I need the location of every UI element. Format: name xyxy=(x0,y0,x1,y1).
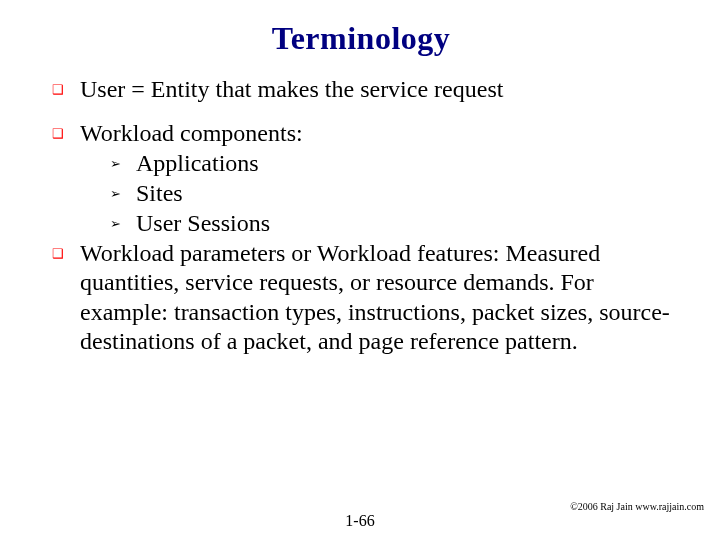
bullet-text: Workload parameters or Workload features… xyxy=(80,239,670,356)
triangle-bullet-icon: ➢ xyxy=(110,209,136,239)
slide-title: Terminology xyxy=(52,20,670,57)
sub-bullet-text: User Sessions xyxy=(136,209,670,239)
bullet-text: Workload components: xyxy=(80,119,670,149)
sub-bullet-item: ➢ Sites xyxy=(110,179,670,209)
slide: Terminology ❑ User = Entity that makes t… xyxy=(0,0,720,540)
bullet-text: User = Entity that makes the service req… xyxy=(80,75,670,105)
bullet-item: ❑ Workload parameters or Workload featur… xyxy=(52,239,670,356)
bullet-item: ❑ Workload components: xyxy=(52,119,670,149)
sub-bullet-item: ➢ User Sessions xyxy=(110,209,670,239)
square-bullet-icon: ❑ xyxy=(52,75,80,105)
page-number: 1-66 xyxy=(0,512,720,530)
bullet-item: ❑ User = Entity that makes the service r… xyxy=(52,75,670,105)
sub-bullet-item: ➢ Applications xyxy=(110,149,670,179)
sub-bullet-text: Applications xyxy=(136,149,670,179)
slide-body: ❑ User = Entity that makes the service r… xyxy=(52,75,670,356)
copyright-text: ©2006 Raj Jain www.rajjain.com xyxy=(570,501,704,512)
triangle-bullet-icon: ➢ xyxy=(110,149,136,179)
square-bullet-icon: ❑ xyxy=(52,119,80,149)
sub-bullet-text: Sites xyxy=(136,179,670,209)
square-bullet-icon: ❑ xyxy=(52,239,80,356)
triangle-bullet-icon: ➢ xyxy=(110,179,136,209)
